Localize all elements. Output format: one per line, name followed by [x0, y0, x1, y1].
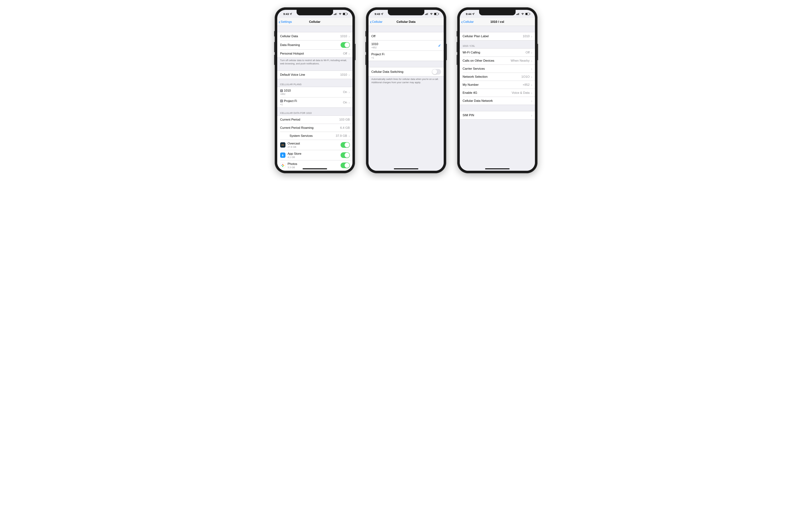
group-plans: 1 1010 +852 On › P Project Fi +1 [277, 87, 352, 108]
toggle-data-roaming[interactable] [340, 42, 350, 48]
row-my-number[interactable]: My Number +852 › [463, 80, 535, 89]
row-option-projectfi[interactable]: Project Fi +1 [371, 51, 444, 61]
row-label: Enable 4G [463, 91, 512, 95]
volume-down-button [457, 55, 457, 65]
row-current-roaming: Current Period Roaming 6.4 GB [280, 124, 352, 132]
toggle-app-photos[interactable] [340, 163, 350, 168]
toggle-app-appstore[interactable] [340, 152, 350, 158]
chevron-left-icon: ‹ [370, 19, 372, 24]
group-header-usage: CELLULAR DATA FOR 1010 [277, 108, 352, 115]
app-icon-photos [280, 163, 285, 168]
group-header-plans: CELLULAR PLANS [277, 79, 352, 87]
row-wifi-calling[interactable]: Wi-Fi Calling Off › [460, 49, 535, 57]
svg-rect-6 [347, 14, 348, 14]
row-label: Cellular Data Network [463, 99, 530, 103]
row-plan-label[interactable]: Cellular Plan Label 1010 › [460, 32, 535, 40]
row-label: Cellular Plan Label [463, 35, 523, 38]
row-value: 37.9 GB [336, 134, 347, 138]
page-title: Cellular Data [396, 20, 416, 24]
toggle-app-overcast[interactable] [340, 142, 350, 148]
row-value: Off [343, 52, 347, 55]
row-label: Cellular Data Switching [371, 70, 432, 74]
plan-number: +1 [280, 103, 343, 106]
app-name: App Store [288, 152, 340, 156]
svg-point-10 [282, 166, 283, 167]
wifi-icon [521, 13, 524, 15]
chevron-right-icon: › [349, 35, 350, 38]
svg-rect-0 [334, 14, 334, 15]
row-cellular-data[interactable]: Cellular Data 1010 › [277, 32, 352, 40]
row-value: 1010 [340, 73, 347, 77]
row-plan-1010[interactable]: 1 1010 +852 On › [277, 87, 352, 97]
group-carrier: Wi-Fi Calling Off › Calls on Other Devic… [460, 48, 535, 105]
row-off[interactable]: Off [369, 32, 444, 40]
svg-rect-15 [428, 13, 428, 15]
row-network-selection[interactable]: Network Selection 1O1O › [463, 73, 535, 80]
svg-rect-18 [439, 14, 439, 14]
back-button[interactable]: ‹ Cellular [460, 19, 474, 24]
toggle-data-switching[interactable] [432, 69, 441, 75]
group-footer: Automatically switch lines for cellular … [369, 76, 444, 85]
row-cellular-data-network[interactable]: Cellular Data Network › [463, 97, 535, 105]
wifi-icon [339, 13, 342, 15]
svg-point-7 [282, 144, 283, 145]
location-icon [381, 13, 383, 15]
chevron-right-icon: › [349, 101, 350, 104]
row-current-period: Current Period 103 GB [277, 116, 352, 124]
plan-number: +852 [280, 93, 343, 95]
battery-icon [525, 13, 530, 15]
row-label: Personal Hotspot [280, 52, 343, 55]
row-system-services[interactable]: System Services 37.9 GB › [280, 132, 352, 140]
home-indicator[interactable] [485, 168, 510, 169]
content[interactable]: Cellular Data 1010 › Data Roaming Person… [277, 26, 352, 171]
row-calls-other-devices[interactable]: Calls on Other Devices When Nearby › [463, 57, 535, 65]
row-default-voice-line[interactable]: Default Voice Line 1010 › [277, 71, 352, 79]
chevron-right-icon: › [349, 90, 350, 94]
status-time: 9:43 [375, 13, 380, 16]
back-button[interactable]: ‹ Cellular [369, 19, 383, 24]
phone-carrier-detail: 9:44 ‹ Cellular [457, 7, 537, 173]
home-indicator[interactable] [303, 168, 327, 169]
notch [479, 10, 516, 15]
mute-switch [274, 31, 275, 36]
notch [388, 10, 424, 15]
row-label: Network Selection [463, 75, 522, 79]
row-label: Current Period Roaming [280, 126, 340, 130]
row-option-1010[interactable]: 1010 +852 ✓ [371, 40, 444, 51]
chevron-left-icon: ‹ [461, 19, 463, 24]
volume-up-button [365, 42, 366, 52]
content[interactable]: Cellular Plan Label 1010 › 1010 / CSL Wi… [460, 26, 535, 171]
nav-bar: ‹ Cellular 1010 / csl [460, 18, 535, 26]
chevron-right-icon: › [531, 75, 532, 79]
row-data-switching: Cellular Data Switching [369, 67, 444, 76]
svg-point-9 [283, 165, 284, 166]
svg-rect-19 [516, 14, 517, 15]
sim-badge-icon: 1 [280, 89, 283, 92]
option-name: 1010 [371, 42, 438, 46]
location-icon [290, 13, 292, 15]
plan-name: 1010 [284, 89, 291, 92]
side-button [355, 44, 355, 60]
row-sim-pin[interactable]: SIM PIN › [460, 111, 535, 119]
app-icon-overcast [280, 142, 285, 148]
plan-status: On [343, 101, 347, 104]
row-plan-projectfi[interactable]: P Project Fi +1 On › [280, 97, 352, 107]
check-icon: ✓ [438, 43, 441, 48]
row-app-appstore: App Store 4.1 GB [280, 150, 352, 160]
row-personal-hotspot[interactable]: Personal Hotspot Off › [280, 50, 352, 57]
nav-bar: ‹ Settings Cellular [277, 18, 352, 26]
content[interactable]: Off 1010 +852 ✓ Project Fi +1 [369, 26, 444, 171]
row-enable-4g[interactable]: Enable 4G Voice & Data › [463, 89, 535, 97]
nav-bar: ‹ Cellular Cellular Data [369, 18, 444, 26]
back-label: Settings [281, 20, 292, 24]
group-cellular: Cellular Data 1010 › Data Roaming Person… [277, 32, 352, 58]
wifi-icon [430, 13, 433, 15]
group-switching: Cellular Data Switching [369, 67, 444, 76]
row-carrier-services[interactable]: Carrier Services › [463, 65, 535, 73]
back-label: Cellular [463, 20, 474, 24]
svg-rect-2 [336, 13, 336, 15]
home-indicator[interactable] [394, 168, 418, 169]
chevron-right-icon: › [531, 67, 532, 71]
back-button[interactable]: ‹ Settings [277, 19, 292, 24]
row-data-roaming: Data Roaming [280, 40, 352, 50]
